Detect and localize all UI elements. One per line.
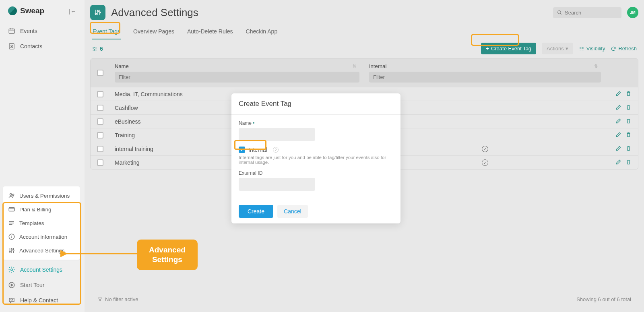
sidebar-collapse-icon[interactable]: |← xyxy=(69,8,76,14)
gear-icon xyxy=(8,266,15,273)
nav-label: Account Settings xyxy=(20,267,62,273)
row-checkbox[interactable] xyxy=(97,159,103,166)
name-input[interactable] xyxy=(239,128,315,141)
visibility-button[interactable]: Visibility xyxy=(579,45,605,52)
plus-icon: + xyxy=(486,45,489,52)
row-internal: ✓ xyxy=(364,145,606,153)
external-id-input[interactable] xyxy=(239,178,315,191)
delete-icon[interactable] xyxy=(625,104,632,112)
svg-point-9 xyxy=(13,250,14,251)
edit-icon[interactable] xyxy=(615,132,621,139)
nav-start-tour[interactable]: Start Tour xyxy=(0,277,85,293)
modal-title: Create Event Tag xyxy=(231,93,400,115)
search-placeholder: Search xyxy=(565,10,581,16)
delete-icon[interactable] xyxy=(625,91,632,98)
table-header: Name⇅ Internal⇅ xyxy=(91,59,638,87)
svg-point-10 xyxy=(11,269,13,271)
create-event-tag-button[interactable]: + Create Event Tag xyxy=(481,43,536,54)
tab-overview-pages[interactable]: Overview Pages xyxy=(132,26,175,39)
submenu-templates[interactable]: Templates xyxy=(3,216,80,230)
users-icon xyxy=(8,192,15,199)
edit-icon[interactable] xyxy=(615,118,621,125)
btn-label: Create Event Tag xyxy=(491,45,531,52)
svg-point-14 xyxy=(99,12,100,13)
col-name: Name⇅ xyxy=(110,59,364,87)
row-internal: ✓ xyxy=(364,159,606,166)
tab-event-tags[interactable]: Event Tags xyxy=(92,26,121,39)
svg-point-2 xyxy=(11,45,12,47)
nav-account-settings[interactable]: Account Settings xyxy=(0,262,85,277)
internal-label: Internal xyxy=(248,147,267,153)
tab-auto-delete[interactable]: Auto-Delete Rules xyxy=(186,26,234,39)
help-icon xyxy=(8,297,15,304)
nav-events[interactable]: Events xyxy=(0,23,85,39)
nav-help[interactable]: Help & Contact xyxy=(0,293,85,308)
btn-label: Actions xyxy=(547,45,564,52)
events-icon xyxy=(8,27,15,35)
internal-checkbox[interactable]: ✓ xyxy=(239,147,245,153)
filter-name-input[interactable] xyxy=(115,72,359,83)
refresh-button[interactable]: Refresh xyxy=(611,45,637,52)
col-actions xyxy=(606,59,638,87)
sidebar: Sweap |← Events Contacts Users & Permiss… xyxy=(0,0,85,312)
logo-icon xyxy=(8,6,17,15)
tab-checkin[interactable]: Checkin App xyxy=(245,26,279,39)
nav-label: Contacts xyxy=(20,43,42,50)
page-header: Advanced Settings Search JM xyxy=(90,5,638,20)
col-internal: Internal⇅ xyxy=(364,59,606,87)
chevron-down-icon: ▾ xyxy=(566,45,568,52)
svg-point-12 xyxy=(95,13,96,14)
col-checkbox xyxy=(91,59,110,87)
check-circle-icon: ✓ xyxy=(482,159,488,166)
filter-internal-input[interactable] xyxy=(369,72,601,83)
create-tag-modal: Create Event Tag Name • ✓ Internal ? Int… xyxy=(231,93,400,223)
page-title-icon xyxy=(90,5,105,20)
sliders-icon xyxy=(92,46,97,52)
search-input[interactable]: Search xyxy=(553,7,621,18)
tooltip-icon[interactable]: ? xyxy=(273,147,279,153)
avatar[interactable]: JM xyxy=(627,7,638,18)
col-label[interactable]: Name xyxy=(115,63,129,69)
svg-rect-0 xyxy=(9,29,14,33)
svg-point-3 xyxy=(10,194,12,196)
submenu-billing[interactable]: Plan & Billing xyxy=(3,202,80,216)
contacts-icon xyxy=(8,43,15,50)
submenu-account-info[interactable]: Account information xyxy=(3,230,80,244)
edit-icon[interactable] xyxy=(615,145,621,153)
submenu-users[interactable]: Users & Permissions xyxy=(3,189,80,202)
submenu-label: Templates xyxy=(19,220,44,226)
account-submenu: Users & Permissions Plan & Billing Templ… xyxy=(3,186,80,260)
submenu-label: Account information xyxy=(19,234,67,240)
delete-icon[interactable] xyxy=(625,118,632,125)
select-all-checkbox[interactable] xyxy=(97,70,103,76)
col-label[interactable]: Internal xyxy=(369,63,386,69)
delete-icon[interactable] xyxy=(625,159,632,166)
logo[interactable]: Sweap xyxy=(8,6,44,15)
filter-icon xyxy=(97,297,103,302)
tabs: Event Tags Overview Pages Auto-Delete Ru… xyxy=(90,20,638,39)
edit-icon[interactable] xyxy=(615,159,621,166)
row-checkbox[interactable] xyxy=(97,146,103,152)
templates-icon xyxy=(8,219,15,227)
edit-icon[interactable] xyxy=(615,104,621,112)
btn-label: Visibility xyxy=(586,45,605,52)
delete-icon[interactable] xyxy=(625,145,632,153)
delete-icon[interactable] xyxy=(625,132,632,139)
edit-icon[interactable] xyxy=(615,91,621,98)
row-checkbox[interactable] xyxy=(97,105,103,111)
list-icon xyxy=(579,46,584,52)
billing-icon xyxy=(8,206,15,213)
showing-count: Showing 6 out of 6 total xyxy=(576,296,631,302)
row-checkbox[interactable] xyxy=(97,91,103,97)
create-button[interactable]: Create xyxy=(239,205,273,218)
cancel-button[interactable]: Cancel xyxy=(277,205,308,218)
actions-dropdown[interactable]: Actions ▾ xyxy=(542,43,573,54)
play-icon xyxy=(8,281,15,289)
nav-label: Start Tour xyxy=(20,282,44,288)
row-checkbox[interactable] xyxy=(97,132,103,138)
nav-contacts[interactable]: Contacts xyxy=(0,39,85,54)
sort-icon[interactable]: ⇅ xyxy=(353,64,356,69)
btn-label: Refresh xyxy=(618,45,637,52)
sort-icon[interactable]: ⇅ xyxy=(594,64,598,69)
row-checkbox[interactable] xyxy=(97,118,103,125)
